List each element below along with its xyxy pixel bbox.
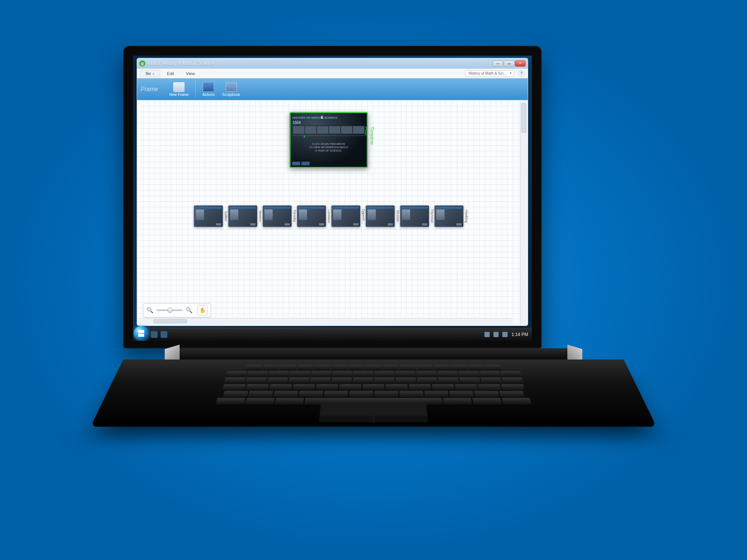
connector-lines (138, 101, 250, 157)
close-button[interactable]: ✕ (515, 60, 526, 66)
actions-label: Actions (202, 93, 215, 97)
menu-file[interactable]: file ▼ (140, 70, 160, 77)
card-label: Feynman (430, 209, 434, 223)
timeline-card[interactable]: Oppenh... (331, 205, 360, 227)
laptop-base (90, 360, 656, 427)
zoom-panel: 🔍 🔍 ✋ (143, 303, 211, 317)
zoom-slider-thumb[interactable] (167, 308, 173, 313)
titlebar[interactable]: g Grava: History of Math & Science — ▭ ✕ (137, 58, 528, 69)
timeline-hub-node[interactable]: HISTORY OF MATH & SCIENCE 1604 CLICK ON … (289, 112, 368, 168)
horizontal-scrollbar[interactable] (139, 318, 512, 324)
vertical-scrollbar[interactable] (520, 101, 527, 325)
menu-edit[interactable]: Edit (162, 70, 179, 77)
card-label: Galileo (224, 211, 228, 221)
hub-timeline-ruler (292, 136, 365, 139)
taskbar: 1:14 PM (133, 328, 532, 341)
scrapbook-icon (226, 82, 237, 92)
system-tray: 1:14 PM (484, 332, 532, 337)
hub-thumbnail-strip (292, 125, 365, 134)
quick-launch (151, 328, 167, 341)
hub-hint-text: CLICK ON AN ITEM ABOVE TO VIEW INFORMATI… (292, 142, 365, 152)
ribbon: Frame New Frame Actions Scrapbook (137, 78, 528, 100)
zoom-slider[interactable] (156, 309, 183, 311)
tray-network-icon[interactable] (493, 332, 499, 337)
scrapbook-button[interactable]: Scrapbook (219, 81, 243, 97)
canvas[interactable]: HISTORY OF MATH & SCIENCE 1604 CLICK ON … (138, 101, 520, 325)
window-controls: — ▭ ✕ (493, 60, 526, 66)
scrapbook-label: Scrapbook (222, 93, 240, 97)
laptop-hinge (174, 348, 573, 360)
tray-icon[interactable] (484, 332, 490, 337)
window-title: Grava: History of Math & Science (148, 61, 214, 66)
help-button[interactable]: ? (518, 70, 525, 77)
timeline-card[interactable]: Galileo (194, 205, 223, 227)
timeline-card[interactable]: Lovelace (297, 205, 326, 227)
timeline-card[interactable]: Hawking (434, 205, 464, 227)
hub-year: 1604 (292, 121, 365, 125)
canvas-area: HISTORY OF MATH & SCIENCE 1604 CLICK ON … (137, 100, 528, 326)
laptop-frame: g Grava: History of Math & Science — ▭ ✕… (123, 46, 624, 472)
zoom-in-icon[interactable]: 🔍 (186, 307, 193, 314)
taskbar-clock[interactable]: 1:14 PM (511, 332, 528, 337)
new-frame-label: New Frame (169, 93, 189, 97)
actions-icon (203, 82, 214, 92)
timeline-card[interactable]: Newton (228, 205, 257, 227)
card-label: Hawking (465, 210, 468, 223)
ribbon-separator (195, 81, 196, 97)
hscroll-thumb[interactable] (154, 319, 187, 323)
zoom-out-icon[interactable]: 🔍 (146, 307, 154, 314)
quick-launch-icon[interactable] (151, 331, 158, 338)
project-dropdown[interactable]: History of Math & Sci... (465, 70, 514, 77)
child-nodes-row: GalileoNewtonFaradayLovelaceOppenh...Ein… (138, 205, 520, 227)
tray-volume-icon[interactable] (502, 332, 508, 337)
app-window: g Grava: History of Math & Science — ▭ ✕… (137, 58, 528, 326)
timeline-card[interactable]: Einstein (366, 205, 395, 227)
timeline-card[interactable]: Feynman (400, 205, 429, 227)
menubar: file ▼ Edit View History of Math & Sci..… (137, 69, 528, 78)
maximize-button[interactable]: ▭ (504, 60, 514, 66)
card-label: Einstein (396, 210, 400, 222)
menu-view[interactable]: View (181, 70, 200, 77)
ribbon-section-label: Frame (141, 86, 158, 93)
timeline-card[interactable]: Faraday (263, 205, 292, 227)
screen: g Grava: History of Math & Science — ▭ ✕… (133, 56, 532, 341)
app-icon: g (139, 60, 145, 66)
hub-side-label: Timeline Hub (364, 127, 375, 153)
screen-bezel: g Grava: History of Math & Science — ▭ ✕… (123, 46, 542, 348)
hub-title: HISTORY OF MATH & SCIENCE (292, 115, 365, 119)
card-label: Newton (258, 211, 262, 222)
new-frame-button[interactable]: New Frame (166, 81, 192, 97)
actions-button[interactable]: Actions (199, 81, 218, 97)
card-label: Oppenh... (362, 209, 365, 224)
pan-hand-button[interactable]: ✋ (197, 305, 208, 315)
card-label: Faraday (293, 210, 297, 222)
keyboard (176, 365, 571, 401)
minimize-button[interactable]: — (493, 60, 503, 66)
new-frame-icon (173, 82, 185, 92)
card-label: Lovelace (327, 209, 331, 223)
vscroll-thumb[interactable] (521, 103, 526, 133)
touchpad (319, 403, 428, 422)
hub-footer-buttons (292, 162, 310, 165)
quick-launch-icon[interactable] (161, 331, 167, 338)
start-orb[interactable] (134, 326, 149, 341)
